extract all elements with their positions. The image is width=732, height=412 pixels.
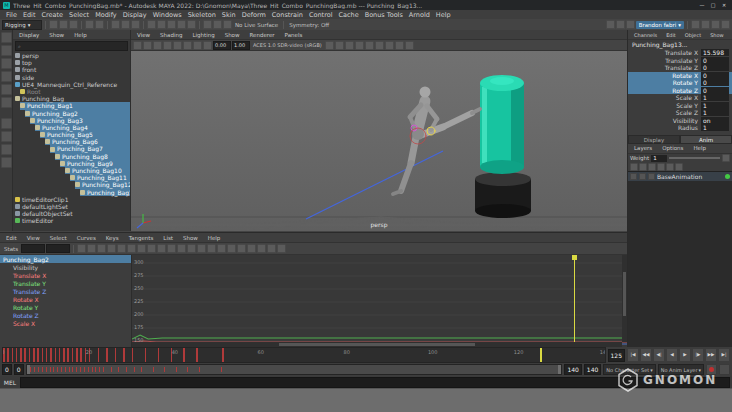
swap-buffer-curves-icon[interactable]: [237, 244, 246, 253]
outliner-item-punching-bag12[interactable]: Punching_Bag12: [75, 181, 130, 188]
menu-constrain[interactable]: Constrain: [269, 11, 306, 19]
keyframe-tick[interactable]: [50, 348, 52, 362]
outliner-menu-display[interactable]: Display: [16, 32, 42, 38]
layer-toggle-icon[interactable]: [630, 173, 637, 180]
stats-time-field[interactable]: [21, 244, 45, 253]
graph-editor-menu-curves[interactable]: Curves: [74, 235, 99, 241]
graph-editor-menu-list[interactable]: List: [160, 235, 176, 241]
channel-box-menu-show[interactable]: Show: [707, 32, 727, 38]
channel-translate-z[interactable]: Translate Z0: [628, 64, 732, 72]
channel-value-field[interactable]: 1: [701, 102, 729, 109]
graph-channel-visibility[interactable]: Visibility: [0, 263, 131, 271]
viewport-menu-lighting[interactable]: Lighting: [189, 32, 217, 38]
viewport-menu-view[interactable]: View: [134, 32, 153, 38]
channel-value-field[interactable]: 1: [701, 109, 729, 116]
weight-slider[interactable]: [669, 157, 720, 159]
keyframe-tick[interactable]: [29, 348, 31, 362]
go-to-range-end-button[interactable]: ▶|: [718, 348, 730, 362]
region-keys-tool-icon[interactable]: [107, 244, 116, 253]
menu-windows[interactable]: Windows: [150, 11, 185, 19]
save-scene-icon[interactable]: [69, 20, 78, 29]
channel-value-field[interactable]: 15.598: [701, 49, 729, 56]
xray-icon[interactable]: [405, 41, 414, 50]
outliner-item-punching-bag8[interactable]: Punching_Bag8: [55, 153, 130, 160]
graph-editor-menu-help[interactable]: Help: [205, 235, 224, 241]
keyframe-tick[interactable]: [76, 348, 78, 362]
plateau-tangents-icon[interactable]: [217, 244, 226, 253]
channel-scale-z[interactable]: Scale Z1: [628, 109, 732, 117]
auto-keyframe-toggle[interactable]: [706, 364, 717, 375]
workspace-user-dropdown[interactable]: Brandon fabri ▾: [636, 21, 684, 29]
create-layer-icon[interactable]: [630, 163, 638, 171]
step-forward-one-frame-button[interactable]: |▶: [692, 348, 704, 362]
lasso-tool-button[interactable]: [1, 45, 12, 56]
step-forward-one-key-button[interactable]: ▶▶: [705, 348, 717, 362]
graph-editor-menu-view[interactable]: View: [24, 235, 43, 241]
colorspace-label[interactable]: ACES 1.0 SDR-video (sRGB): [251, 42, 324, 48]
select-component-icon[interactable]: [131, 20, 140, 29]
anti-aliasing-icon[interactable]: [395, 41, 404, 50]
scale-tool-button[interactable]: [1, 97, 12, 108]
keyframe-tick[interactable]: [67, 348, 69, 362]
animation-start-field[interactable]: 0: [2, 364, 12, 375]
wireframe-mode-icon[interactable]: [325, 41, 334, 50]
anim-layer-dropdown[interactable]: No Anim Layer ▾: [658, 364, 704, 375]
layer-toggle-icon[interactable]: [639, 173, 646, 180]
outliner-item-side[interactable]: side: [15, 74, 130, 81]
render-settings-icon[interactable]: [626, 20, 635, 29]
layer-editor-menu-options[interactable]: Options: [659, 145, 686, 151]
menu-cache[interactable]: Cache: [335, 11, 361, 19]
graph-channel-translate-x[interactable]: Translate X: [0, 271, 131, 279]
menu-display[interactable]: Display: [120, 11, 150, 19]
playback-range[interactable]: [27, 365, 562, 374]
go-to-range-start-button[interactable]: |◀: [627, 348, 639, 362]
layer-editor-menu-help[interactable]: Help: [690, 145, 709, 151]
outliner-item-punching-bag10[interactable]: Punching_Bag10: [65, 167, 130, 174]
outliner-item-punching-bag2[interactable]: Punching_Bag2: [25, 110, 130, 117]
insert-keys-tool-icon[interactable]: [87, 244, 96, 253]
textured-mode-icon[interactable]: [345, 41, 354, 50]
viewport-menu-renderer[interactable]: Renderer: [246, 32, 277, 38]
command-input[interactable]: [20, 377, 730, 388]
snap-to-curve-icon[interactable]: [157, 20, 166, 29]
key-weight-button[interactable]: [722, 154, 730, 162]
animation-preferences-button[interactable]: [719, 364, 730, 375]
graph-channel-rotate-y[interactable]: Rotate Y: [0, 303, 131, 311]
snap-to-plane-icon[interactable]: [177, 20, 186, 29]
frame-all-icon[interactable]: [127, 244, 136, 253]
keyframe-tick[interactable]: [123, 348, 125, 362]
select-camera-icon[interactable]: [133, 41, 142, 50]
vertical-scrollbar[interactable]: [622, 255, 627, 342]
ipr-render-icon[interactable]: [616, 20, 625, 29]
channel-value-field[interactable]: 0: [701, 72, 729, 79]
clamped-tangents-icon[interactable]: [177, 244, 186, 253]
keyframe-tick[interactable]: [72, 348, 74, 362]
current-time-grip[interactable]: [572, 255, 577, 260]
keyframe-tick[interactable]: [115, 348, 117, 362]
center-current-time-icon[interactable]: [147, 244, 156, 253]
outliner-item-punching-bag4[interactable]: Punching_Bag4: [35, 124, 130, 131]
anim-layer-baseanimation[interactable]: BaseAnimation: [628, 172, 732, 181]
graph-channel-rotate-x[interactable]: Rotate X: [0, 295, 131, 303]
channel-box-menu-channels[interactable]: Channels: [631, 32, 660, 38]
output-connections-icon[interactable]: [213, 20, 222, 29]
outliner-item-front[interactable]: front: [15, 66, 130, 73]
graph-editor-menu-edit[interactable]: Edit: [3, 235, 20, 241]
gamma-field[interactable]: 1.00: [232, 41, 250, 50]
construction-history-icon[interactable]: [223, 20, 232, 29]
viewport-menu-panels[interactable]: Panels: [282, 32, 306, 38]
keyframe-tick[interactable]: [132, 348, 134, 362]
keyframe-tick[interactable]: [222, 348, 224, 362]
playback-start-field[interactable]: 0: [14, 364, 24, 375]
channel-value-field[interactable]: on: [701, 117, 729, 124]
move-down-icon[interactable]: [657, 163, 665, 171]
layer-editor-menu-layers[interactable]: Layers: [631, 145, 655, 151]
time-snap-icon[interactable]: [267, 244, 276, 253]
keyframe-tick[interactable]: [33, 348, 35, 362]
lattice-deform-keys-tool-icon[interactable]: [97, 244, 106, 253]
graph-editor-menu-show[interactable]: Show: [180, 235, 201, 241]
symmetry-label[interactable]: Symmetry: Off: [287, 22, 331, 28]
modeling-toolkit-icon[interactable]: [721, 20, 730, 29]
outliner-item-punching-bag3[interactable]: Punching_Bag3: [30, 117, 130, 124]
keyframe-tick[interactable]: [80, 348, 82, 362]
